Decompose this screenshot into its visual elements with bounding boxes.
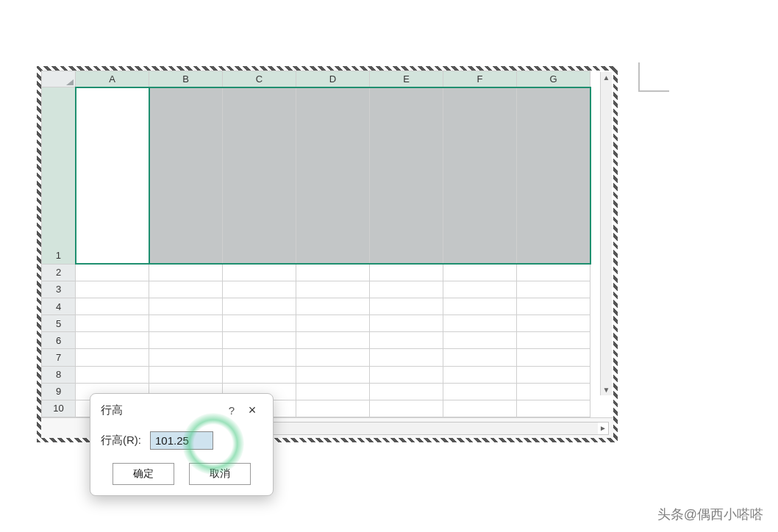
cell-D10[interactable] — [296, 400, 370, 417]
cell-E10[interactable] — [370, 400, 443, 417]
cell-B4[interactable] — [149, 298, 223, 314]
cell-E2[interactable] — [370, 264, 443, 281]
cell-E6[interactable] — [370, 332, 443, 349]
workbook-pane: A B C D E F G 12345678910 ▲ ▼ t — [41, 71, 613, 438]
col-header-E[interactable]: E — [370, 71, 443, 87]
cell-G9[interactable] — [517, 383, 590, 400]
cell-A1[interactable] — [76, 87, 149, 265]
watermark-text: 头条@偶西小嗒嗒 — [657, 506, 763, 523]
cell-D9[interactable] — [296, 383, 370, 400]
cell-C4[interactable] — [223, 298, 296, 314]
cell-A2[interactable] — [76, 264, 149, 281]
cell-G2[interactable] — [517, 264, 590, 281]
cell-F5[interactable] — [443, 315, 517, 332]
dialog-help-button[interactable]: ? — [221, 404, 242, 417]
cell-F9[interactable] — [443, 383, 517, 400]
col-header-G[interactable]: G — [517, 71, 590, 87]
scroll-up-icon[interactable]: ▲ — [602, 72, 612, 83]
scroll-right-icon[interactable]: ► — [598, 423, 608, 434]
cell-G3[interactable] — [517, 281, 590, 298]
cell-B3[interactable] — [149, 281, 223, 298]
col-header-B[interactable]: B — [149, 71, 223, 87]
select-all-corner[interactable] — [42, 71, 76, 87]
cell-D5[interactable] — [296, 315, 370, 332]
cell-G5[interactable] — [517, 315, 590, 332]
cell-F8[interactable] — [443, 366, 517, 383]
cancel-button[interactable]: 取消 — [189, 463, 251, 485]
cell-E7[interactable] — [370, 349, 443, 366]
row-header-1[interactable]: 1 — [42, 87, 76, 265]
cell-F4[interactable] — [443, 298, 517, 314]
cell-E9[interactable] — [370, 383, 443, 400]
cell-G1[interactable] — [517, 87, 590, 265]
cell-C3[interactable] — [223, 281, 296, 298]
row-height-label: 行高(R): — [101, 434, 141, 447]
vertical-scrollbar[interactable]: ▲ ▼ — [600, 72, 612, 395]
dialog-close-button[interactable]: × — [242, 403, 263, 418]
cell-B6[interactable] — [149, 332, 223, 349]
cell-F10[interactable] — [443, 400, 517, 417]
row-header-4[interactable]: 4 — [42, 298, 76, 314]
scroll-down-icon[interactable]: ▼ — [602, 384, 612, 395]
cell-D7[interactable] — [296, 349, 370, 366]
col-header-D[interactable]: D — [296, 71, 370, 87]
row-header-10[interactable]: 10 — [42, 400, 76, 417]
cell-B5[interactable] — [149, 315, 223, 332]
hscroll-track[interactable] — [230, 423, 598, 434]
cell-E4[interactable] — [370, 298, 443, 314]
cell-C8[interactable] — [223, 366, 296, 383]
cell-B7[interactable] — [149, 349, 223, 366]
cell-C6[interactable] — [223, 332, 296, 349]
cell-B8[interactable] — [149, 366, 223, 383]
cell-D6[interactable] — [296, 332, 370, 349]
row-header-8[interactable]: 8 — [42, 366, 76, 383]
cell-F7[interactable] — [443, 349, 517, 366]
cell-C1[interactable] — [223, 87, 296, 265]
cell-G4[interactable] — [517, 298, 590, 314]
cell-F1[interactable] — [443, 87, 517, 265]
cell-F6[interactable] — [443, 332, 517, 349]
cell-D2[interactable] — [296, 264, 370, 281]
cell-C7[interactable] — [223, 349, 296, 366]
dialog-titlebar: 行高 ? × — [101, 403, 263, 418]
cell-B2[interactable] — [149, 264, 223, 281]
row-height-dialog: 行高 ? × 行高(R): 确定 取消 — [90, 393, 274, 496]
cell-E3[interactable] — [370, 281, 443, 298]
row-height-input[interactable] — [150, 431, 213, 450]
cell-C2[interactable] — [223, 264, 296, 281]
cell-A7[interactable] — [76, 349, 149, 366]
cell-F3[interactable] — [443, 281, 517, 298]
cell-G8[interactable] — [517, 366, 590, 383]
cell-C5[interactable] — [223, 315, 296, 332]
cell-D3[interactable] — [296, 281, 370, 298]
horizontal-scrollbar[interactable]: ◄ ► — [219, 422, 609, 435]
row-header-3[interactable]: 3 — [42, 281, 76, 298]
cell-F2[interactable] — [443, 264, 517, 281]
col-header-F[interactable]: F — [443, 71, 517, 87]
cell-D8[interactable] — [296, 366, 370, 383]
cell-D4[interactable] — [296, 298, 370, 314]
ok-button[interactable]: 确定 — [113, 463, 174, 485]
row-header-7[interactable]: 7 — [42, 349, 76, 366]
cell-E8[interactable] — [370, 366, 443, 383]
cell-A5[interactable] — [76, 315, 149, 332]
row-header-6[interactable]: 6 — [42, 332, 76, 349]
spreadsheet-grid[interactable]: A B C D E F G 12345678910 — [41, 71, 591, 417]
cell-B1[interactable] — [149, 87, 223, 265]
cell-A3[interactable] — [76, 281, 149, 298]
col-header-C[interactable]: C — [223, 71, 296, 87]
cell-D1[interactable] — [296, 87, 370, 265]
cell-A6[interactable] — [76, 332, 149, 349]
cell-A4[interactable] — [76, 298, 149, 314]
cell-A8[interactable] — [76, 366, 149, 383]
col-header-A[interactable]: A — [76, 71, 149, 87]
cell-G7[interactable] — [517, 349, 590, 366]
grid-pane: A B C D E F G 12345678910 ▲ ▼ — [41, 71, 613, 417]
cell-E5[interactable] — [370, 315, 443, 332]
row-header-2[interactable]: 2 — [42, 264, 76, 281]
row-header-5[interactable]: 5 — [42, 315, 76, 332]
cell-G6[interactable] — [517, 332, 590, 349]
row-header-9[interactable]: 9 — [42, 383, 76, 400]
cell-G10[interactable] — [517, 400, 590, 417]
cell-E1[interactable] — [370, 87, 443, 265]
